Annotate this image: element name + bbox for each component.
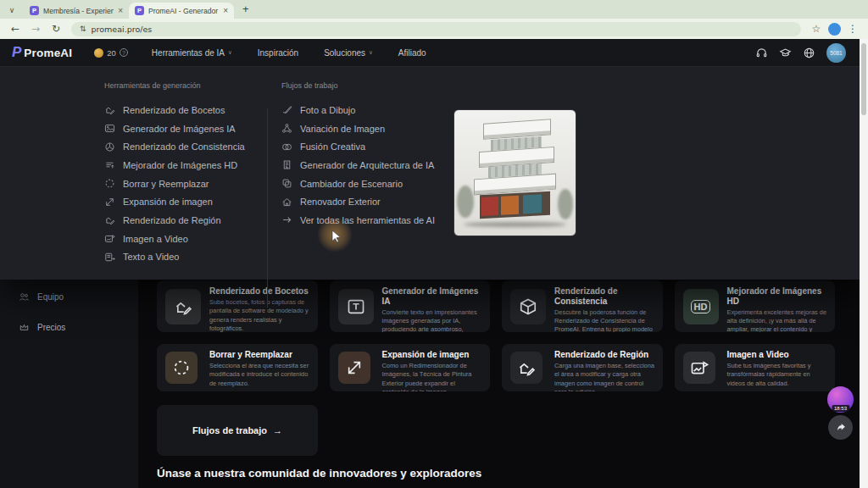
column-header: Flujos de trabajo — [281, 81, 435, 90]
region-sketch-icon — [104, 214, 115, 225]
cube-icon — [510, 289, 546, 324]
image-video-icon — [683, 352, 715, 384]
sidebar: Equipo Precios — [0, 280, 138, 488]
close-tab-icon[interactable]: × — [118, 6, 123, 15]
sketch-icon — [104, 104, 115, 115]
dropdown-preview-image[interactable] — [453, 109, 576, 236]
text-video-icon — [104, 252, 115, 263]
reload-icon[interactable]: ↻ — [47, 23, 64, 35]
crown-icon — [19, 322, 30, 333]
forward-icon[interactable]: → — [27, 23, 44, 35]
dd-renovador-exterior[interactable]: Renovador Exterior — [281, 192, 435, 211]
community-heading: Únase a nuestra comunidad de innovadores… — [157, 467, 481, 480]
dd-generador-de-arquitectura[interactable]: Generador de Arquitectura de IA — [281, 156, 435, 175]
chevron-down-icon: ∨ — [228, 49, 232, 56]
bookmark-star-icon[interactable]: ☆ — [808, 23, 825, 35]
menu-inspiracion[interactable]: Inspiración — [258, 48, 298, 58]
close-tab-icon[interactable]: × — [223, 6, 228, 15]
card-renderizado-de-consistencia[interactable]: Renderizado de Consistencia Descubre la … — [502, 280, 663, 332]
back-icon[interactable]: ← — [7, 23, 24, 35]
info-icon[interactable]: ? — [120, 48, 128, 57]
dd-texto-a-video[interactable]: Texto a Video — [104, 248, 245, 267]
card-imagen-a-video[interactable]: Imagen a Video Sube tus imágenes favorit… — [675, 344, 836, 391]
variation-nodes-icon — [281, 123, 292, 134]
sidebar-item-equipo[interactable]: Equipo — [19, 291, 64, 302]
people-icon — [19, 291, 30, 302]
address-bar[interactable]: ⇅ promeai.pro/es — [71, 22, 801, 36]
tutorial-cap-icon[interactable] — [779, 47, 792, 59]
dd-generador-de-imagenes-ia[interactable]: Generador de Imágenes IA — [104, 119, 245, 138]
dd-renderizado-de-bocetos[interactable]: Renderizado de Bocetos — [104, 101, 245, 119]
column-divider — [267, 108, 268, 308]
storefront — [480, 191, 550, 218]
card-renderizado-de-region[interactable]: Renderizado de Región Carga una imagen b… — [502, 344, 663, 391]
menu-soluciones[interactable]: Soluciones ∨ — [324, 48, 373, 58]
user-avatar[interactable]: 5081 — [826, 43, 846, 63]
menu-afiliado[interactable]: Afiliado — [398, 48, 426, 58]
browser-menu-icon[interactable]: ⋮ — [844, 23, 861, 35]
hd-icon: HD — [683, 289, 719, 324]
promeai-favicon: P — [30, 6, 39, 15]
scenario-squares-icon — [281, 178, 292, 189]
language-globe-icon[interactable] — [803, 47, 815, 59]
column-header: Herramientas de generación — [104, 81, 245, 90]
share-button[interactable] — [828, 415, 853, 440]
photo-draw-icon — [281, 104, 292, 115]
sketch-icon — [165, 289, 201, 324]
dd-mejorador-de-imagenes-hd[interactable]: Mejorador de Imágenes HD — [104, 156, 245, 175]
dd-cambiador-de-escenario[interactable]: Cambiador de Escenario — [281, 175, 435, 193]
promeai-page: P PromeAI 20 ? Herramientas de IA ∨ Insp… — [0, 39, 868, 488]
dd-imagen-a-video[interactable]: Imagen a Video — [104, 230, 245, 248]
new-tab-button[interactable]: + — [234, 3, 258, 19]
arrow-right-icon — [281, 214, 292, 225]
image-video-icon — [104, 233, 115, 244]
card-expansion-de-imagen[interactable]: Expansión de imagen Como un Redimensiona… — [330, 344, 491, 391]
dd-variacion-de-imagen[interactable]: Variación de Imagen — [281, 119, 435, 138]
erase-selection-icon — [104, 178, 115, 189]
card-mejorador-de-imagenes-hd[interactable]: HD Mejorador de Imágenes HD Experimenta … — [675, 280, 836, 332]
dd-fusion-creativa[interactable]: Fusión Creativa — [281, 137, 435, 156]
dd-foto-a-dibujo[interactable]: Foto a Dibujo — [281, 101, 435, 119]
floating-video-widget[interactable]: 18:53 — [827, 386, 854, 413]
mouse-cursor — [331, 230, 342, 244]
dd-renderizado-de-consistencia[interactable]: Renderizado de Consistencia — [104, 137, 245, 156]
share-icon — [835, 422, 847, 434]
card-generador-de-imagenes-ia[interactable]: Generador de Imágenes IA Convierte texto… — [330, 280, 491, 332]
coin-icon — [94, 48, 103, 58]
tab-search-chevron-icon[interactable]: ∨ — [0, 6, 24, 19]
browser-toolbar: ← → ↻ ⇅ promeai.pro/es ☆ ⋮ — [0, 19, 868, 39]
brand-name[interactable]: PromeAI — [24, 47, 72, 59]
dd-borrar-y-reemplazar[interactable]: Borrar y Reemplazar — [104, 175, 245, 193]
tab-title: PromeAI - Generador de arte A... — [148, 7, 219, 15]
browser-profile-avatar[interactable] — [828, 23, 841, 36]
card-borrar-y-reemplazar[interactable]: Borrar y Reemplazar Selecciona el área q… — [157, 344, 318, 391]
region-sketch-icon — [510, 352, 542, 384]
support-headset-icon[interactable] — [755, 47, 768, 59]
menu-herramientas-de-ia[interactable]: Herramientas de IA ∨ — [152, 48, 232, 58]
expand-icon — [338, 352, 370, 384]
tab-title: Membresía - Experiencias exc... — [43, 7, 114, 15]
dd-expansion-de-imagen[interactable]: Expansión de imagen — [104, 192, 245, 211]
tab-promeai-active[interactable]: P PromeAI - Generador de arte A... × — [129, 3, 234, 19]
fusion-circles-icon — [281, 141, 292, 152]
scrollbar-thumb[interactable] — [861, 43, 866, 115]
tree-sketch — [457, 186, 474, 218]
site-info-icon[interactable]: ⇅ — [80, 25, 86, 33]
herramientas-dropdown-panel: Herramientas de generación Renderizado d… — [0, 66, 860, 280]
ground-shadow — [464, 222, 565, 227]
erase-selection-icon — [165, 352, 198, 384]
page-scrollbar[interactable] — [860, 39, 868, 488]
card-renderizado-de-bocetos[interactable]: Renderizado de Bocetos Sube bocetos, fot… — [157, 280, 318, 332]
tab-strip: ∨ P Membresía - Experiencias exc... × P … — [0, 0, 868, 19]
workflows-button[interactable]: Flujos de trabajo → — [157, 405, 318, 456]
tab-membresia[interactable]: P Membresía - Experiencias exc... × — [24, 3, 129, 19]
generation-tools-column: Herramientas de generación Renderizado d… — [104, 81, 245, 266]
credits-indicator[interactable]: 20 ? — [94, 48, 128, 58]
house-icon — [281, 197, 292, 208]
sidebar-item-precios[interactable]: Precios — [19, 322, 65, 333]
promeai-logo-icon[interactable]: P — [12, 44, 21, 61]
dd-renderizado-de-region[interactable]: Renderizado de Región — [104, 211, 245, 230]
consistency-wheel-icon — [104, 141, 115, 152]
dd-ver-todas-herramientas[interactable]: Ver todas las herramientas de AI — [281, 211, 435, 230]
image-text-icon — [338, 289, 374, 324]
